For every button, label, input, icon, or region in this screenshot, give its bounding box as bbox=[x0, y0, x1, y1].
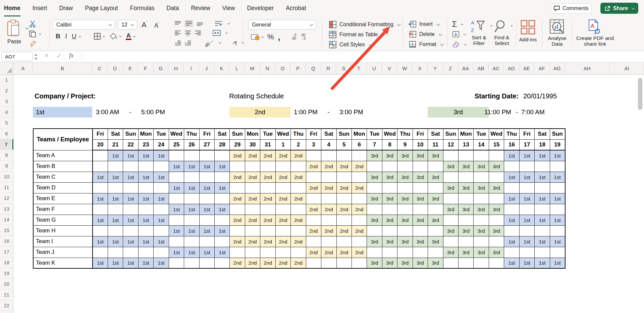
shift-cell-empty[interactable] bbox=[550, 225, 565, 236]
shift-cell-empty[interactable] bbox=[291, 225, 306, 236]
shift-cell-empty[interactable] bbox=[260, 247, 275, 258]
shift-cell-empty[interactable] bbox=[215, 150, 230, 161]
shift-cell-1st[interactable]: 1st bbox=[550, 258, 565, 268]
shift-cell-1st[interactable]: 1st bbox=[519, 236, 534, 247]
shift-cell-2nd[interactable]: 2nd bbox=[275, 150, 290, 161]
shift-cell-1st[interactable]: 1st bbox=[169, 225, 184, 236]
shift-cell-3rd[interactable]: 3rd bbox=[489, 161, 504, 172]
shift-cell-empty[interactable] bbox=[230, 247, 245, 258]
shift-cell-2nd[interactable]: 2nd bbox=[336, 182, 352, 193]
shift-cell-3rd[interactable]: 3rd bbox=[413, 172, 428, 182]
shift-cell-2nd[interactable]: 2nd bbox=[260, 215, 275, 225]
shift-cell-empty[interactable] bbox=[245, 161, 260, 172]
shift-cell-1st[interactable]: 1st bbox=[184, 247, 199, 258]
team-name-cell[interactable]: Team K bbox=[33, 258, 93, 268]
share-button[interactable]: Share bbox=[600, 3, 638, 14]
shift-cell-empty[interactable] bbox=[215, 236, 230, 247]
shift-cell-empty[interactable] bbox=[535, 247, 550, 258]
italic-button[interactable]: I bbox=[65, 33, 67, 40]
shift-cell-2nd[interactable]: 2nd bbox=[245, 193, 260, 204]
shift-cell-1st[interactable]: 1st bbox=[184, 161, 199, 172]
team-name-cell[interactable]: Team A bbox=[33, 150, 93, 161]
copy-chevron-icon[interactable] bbox=[39, 33, 41, 35]
row-header-22[interactable]: 22 bbox=[0, 300, 13, 311]
shift-cell-1st[interactable]: 1st bbox=[108, 258, 123, 268]
align-middle-button[interactable] bbox=[184, 20, 193, 27]
paste-button[interactable] bbox=[7, 19, 21, 37]
shift-cell-empty[interactable] bbox=[459, 258, 474, 268]
autosum-button[interactable]: Σ bbox=[452, 20, 463, 29]
shift-cell-empty[interactable] bbox=[519, 161, 534, 172]
delete-cells-button[interactable]: Delete bbox=[409, 31, 441, 38]
shift-cell-empty[interactable] bbox=[352, 236, 367, 247]
shift-cell-empty[interactable] bbox=[413, 247, 428, 258]
shift-cell-3rd[interactable]: 3rd bbox=[397, 172, 413, 182]
shift-cell-empty[interactable] bbox=[291, 182, 306, 193]
shift-cell-empty[interactable] bbox=[245, 225, 260, 236]
shift-cell-empty[interactable] bbox=[169, 258, 184, 268]
shift-cell-empty[interactable] bbox=[367, 247, 382, 258]
shift-cell-2nd[interactable]: 2nd bbox=[260, 150, 275, 161]
shift-cell-empty[interactable] bbox=[535, 161, 550, 172]
align-bottom-button[interactable] bbox=[197, 21, 203, 26]
wrap-text-chevron-icon[interactable] bbox=[227, 22, 230, 24]
shift-cell-empty[interactable] bbox=[459, 236, 474, 247]
shift-cell-2nd[interactable]: 2nd bbox=[321, 247, 336, 258]
shift-cell-empty[interactable] bbox=[352, 215, 367, 225]
underline-button[interactable]: U bbox=[72, 33, 76, 40]
column-header-K[interactable]: K bbox=[214, 62, 229, 74]
shift-cell-1st[interactable]: 1st bbox=[123, 193, 138, 204]
shift-cell-3rd[interactable]: 3rd bbox=[443, 225, 458, 236]
row-header-1[interactable]: 1 bbox=[0, 75, 13, 85]
shift-cell-3rd[interactable]: 3rd bbox=[367, 236, 382, 247]
column-header-W[interactable]: W bbox=[397, 62, 412, 74]
row-header-17[interactable]: 17 bbox=[0, 247, 13, 257]
shift-cell-3rd[interactable]: 3rd bbox=[443, 247, 458, 258]
shift-cell-1st[interactable]: 1st bbox=[535, 258, 550, 268]
shift-cell-1st[interactable]: 1st bbox=[108, 150, 123, 161]
shift-cell-3rd[interactable]: 3rd bbox=[428, 172, 443, 182]
shift-cell-1st[interactable]: 1st bbox=[138, 258, 153, 268]
shift-cell-empty[interactable] bbox=[352, 258, 367, 268]
shift-cell-1st[interactable]: 1st bbox=[215, 225, 230, 236]
shift-cell-3rd[interactable]: 3rd bbox=[489, 225, 504, 236]
shift-cell-empty[interactable] bbox=[306, 172, 321, 182]
shift-cell-empty[interactable] bbox=[443, 215, 458, 225]
shift-cell-2nd[interactable]: 2nd bbox=[245, 258, 260, 268]
row-header-8[interactable]: 8 bbox=[0, 150, 13, 161]
shift-cell-2nd[interactable]: 2nd bbox=[306, 161, 321, 172]
team-name-cell[interactable]: Team B bbox=[33, 161, 93, 172]
shift-cell-1st[interactable]: 1st bbox=[504, 150, 519, 161]
shift-cell-1st[interactable]: 1st bbox=[169, 161, 184, 172]
shift-cell-empty[interactable] bbox=[443, 258, 458, 268]
shift-cell-2nd[interactable]: 2nd bbox=[230, 193, 245, 204]
row-header-18[interactable]: 18 bbox=[0, 257, 13, 268]
shift-cell-empty[interactable] bbox=[108, 247, 123, 258]
column-header-AA[interactable]: AA bbox=[458, 62, 473, 74]
shift-cell-2nd[interactable]: 2nd bbox=[321, 161, 336, 172]
shift-cell-3rd[interactable]: 3rd bbox=[382, 150, 397, 161]
shift-cell-empty[interactable] bbox=[138, 225, 153, 236]
name-box-spinner[interactable] bbox=[34, 53, 38, 61]
shift-cell-empty[interactable] bbox=[336, 150, 352, 161]
shift-cell-empty[interactable] bbox=[184, 193, 199, 204]
shift-cell-2nd[interactable]: 2nd bbox=[336, 204, 352, 215]
row-header-19[interactable]: 19 bbox=[0, 268, 13, 279]
shift-cell-2nd[interactable]: 2nd bbox=[245, 172, 260, 182]
shift-cell-empty[interactable] bbox=[367, 182, 382, 193]
cancel-icon[interactable]: × bbox=[45, 52, 49, 59]
font-name-select[interactable]: Calibri bbox=[53, 20, 115, 30]
shift-cell-empty[interactable] bbox=[275, 204, 290, 215]
paragraph-direction-button[interactable]: ›¶ bbox=[233, 40, 237, 46]
column-header-J[interactable]: J bbox=[199, 62, 214, 74]
shift-cell-empty[interactable] bbox=[443, 172, 458, 182]
shift-cell-2nd[interactable]: 2nd bbox=[306, 204, 321, 215]
tab-insert[interactable]: Insert bbox=[33, 0, 47, 16]
shift-cell-1st[interactable]: 1st bbox=[199, 204, 214, 215]
shift-cell-3rd[interactable]: 3rd bbox=[428, 258, 443, 268]
shift-cell-empty[interactable] bbox=[504, 182, 519, 193]
percent-style-button[interactable]: % bbox=[267, 33, 274, 41]
decrease-decimal-button[interactable]: .00→0 bbox=[300, 34, 306, 40]
shift-cell-empty[interactable] bbox=[474, 258, 489, 268]
insert-function-icon[interactable]: fx bbox=[69, 52, 73, 59]
